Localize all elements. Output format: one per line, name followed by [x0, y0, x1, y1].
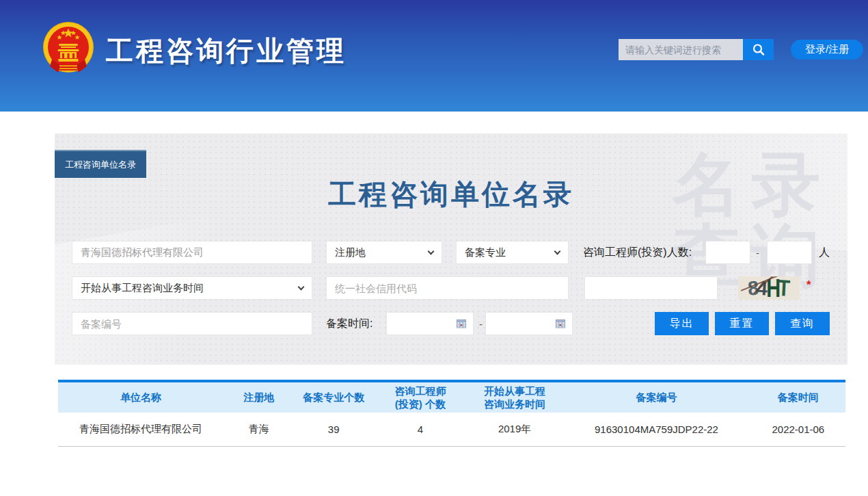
search-icon [751, 42, 766, 57]
chevron-down-icon [554, 248, 561, 254]
directory-search-panel: 名录 查询 工程咨询单位名录 工程咨询单位名录 注册地 备案专业 咨询工程师(投… [55, 133, 847, 365]
chevron-down-icon [298, 283, 305, 290]
record-time-start-input[interactable] [386, 312, 474, 335]
range-dash: - [479, 312, 483, 335]
export-button[interactable]: 导出 [655, 312, 709, 335]
site-header: 工程咨询行业管理 登录/注册 [0, 0, 868, 112]
calendar-icon [556, 319, 565, 328]
record-time-end-input[interactable] [485, 312, 573, 335]
specialty-select[interactable]: 备案专业 [456, 241, 569, 264]
background-watermark: 名录 查询 [673, 148, 831, 291]
col-header-engineer-count: 咨询工程师 (投资) 个数 [373, 381, 467, 413]
captcha-input[interactable] [584, 276, 718, 300]
record-number-input[interactable] [72, 312, 312, 335]
engineer-count-unit: 人 [819, 241, 830, 264]
site-title: 工程咨询行业管理 [106, 32, 347, 70]
calendar-icon [457, 319, 466, 328]
region-select[interactable]: 注册地 [326, 241, 442, 264]
col-header-record-no: 备案编号 [562, 381, 750, 413]
chevron-down-icon [428, 248, 435, 254]
cell-start-year: 2019年 [467, 413, 562, 446]
results-table: 单位名称 注册地 备案专业个数 咨询工程师 (投资) 个数 开始从事工程 咨询业… [58, 380, 845, 447]
table-header-row: 单位名称 注册地 备案专业个数 咨询工程师 (投资) 个数 开始从事工程 咨询业… [58, 381, 845, 413]
national-emblem-icon [42, 21, 95, 77]
header-search-button[interactable] [743, 39, 774, 60]
range-dash: - [756, 241, 759, 264]
required-asterisk: * [806, 278, 811, 292]
cell-region: 青海 [223, 413, 295, 446]
specialty-select-value: 备案专业 [465, 246, 506, 259]
col-header-specialty-count: 备案专业个数 [295, 381, 373, 413]
tab-directory[interactable]: 工程咨询单位名录 [55, 150, 146, 178]
table-row: 青海国德招标代理有限公司 青海 39 4 2019年 91630104MA759… [58, 413, 845, 446]
start-time-select-value: 开始从事工程咨询业务时间 [81, 282, 204, 295]
start-time-select[interactable]: 开始从事工程咨询业务时间 [72, 276, 312, 300]
cell-specialty-count: 39 [295, 413, 373, 446]
credit-code-input[interactable] [326, 276, 569, 300]
cell-record-no: 91630104MA759JDP22-22 [562, 413, 750, 446]
cell-engineer-count: 4 [373, 413, 467, 446]
header-search-input[interactable] [619, 39, 743, 60]
query-button[interactable]: 查询 [775, 312, 830, 335]
engineer-count-label: 咨询工程师(投资)人数: [583, 241, 692, 264]
col-header-unit-name: 单位名称 [58, 381, 223, 413]
col-header-region: 注册地 [223, 381, 295, 413]
login-register-button[interactable]: 登录/注册 [791, 40, 863, 60]
company-name-input[interactable] [72, 241, 312, 264]
reset-button[interactable]: 重置 [715, 312, 769, 335]
col-header-start-time: 开始从事工程 咨询业务时间 [467, 381, 562, 413]
region-select-value: 注册地 [335, 246, 366, 259]
cell-unit-name: 青海国德招标代理有限公司 [58, 413, 223, 446]
engineer-count-max-input[interactable] [767, 241, 812, 264]
col-header-record-time: 备案时间 [751, 381, 845, 413]
page-title: 工程咨询单位名录 [55, 176, 847, 213]
captcha-char: T [777, 276, 791, 300]
engineer-count-min-input[interactable] [705, 241, 750, 264]
record-time-label: 备案时间: [326, 312, 372, 335]
captcha-image[interactable]: 8 4 H T [738, 276, 800, 300]
cell-record-date: 2022-01-06 [751, 413, 845, 446]
